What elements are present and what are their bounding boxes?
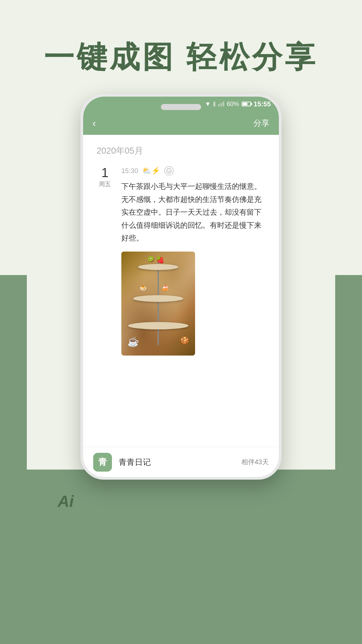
- phone-footer: 青 青青日记 相伴43天: [83, 447, 279, 477]
- companion-label: 相伴43天: [241, 458, 269, 467]
- headline: 一键成图 轻松分享: [0, 37, 362, 78]
- pastry-icon: 🍮: [140, 285, 146, 291]
- ai-label: Ai: [58, 492, 74, 511]
- wifi-icon: ▼: [205, 101, 211, 108]
- strawberry-icon: 🍓: [156, 256, 164, 264]
- battery-icon: [242, 102, 251, 106]
- status-icons: ▼ 60% 15:55: [205, 100, 271, 108]
- svg-point-1: [168, 170, 169, 171]
- entry-column: 15:30 ⛅⚡ 下午茶跟小毛与大平一起: [121, 166, 265, 356]
- entry-photo: 🍓 🥝 🍮 🍰 ☕ 🍪: [121, 252, 195, 356]
- side-strip-right: [335, 275, 362, 470]
- content-area: 2020年05月 1 周五 15:30 ⛅⚡: [83, 135, 279, 477]
- app-name-label: 青青日记: [119, 457, 151, 468]
- date-weekday: 周五: [99, 180, 111, 188]
- volume-down-button: [80, 207, 83, 231]
- battery-percent: 60%: [227, 101, 239, 108]
- mute-button: [80, 154, 83, 170]
- phone-mockup: ▼ 60% 15:55: [80, 94, 282, 614]
- date-day: 1: [101, 166, 108, 180]
- kiwi-icon: 🥝: [147, 256, 155, 263]
- svg-point-2: [170, 170, 170, 171]
- share-button[interactable]: 分享: [253, 118, 269, 128]
- tea-illustration: 🍓 🥝 🍮 🍰 ☕ 🍪: [121, 252, 195, 356]
- signal-icon: [214, 102, 215, 106]
- ai-badge: Ai: [52, 486, 79, 517]
- power-button: [279, 164, 282, 187]
- entry-meta: 15:30 ⛅⚡: [121, 166, 265, 175]
- mood-icon: [164, 166, 174, 175]
- app-bar: ‹ 分享: [83, 111, 279, 135]
- teacup-icon: ☕: [127, 336, 139, 347]
- phone-body: ▼ 60% 15:55: [80, 94, 282, 480]
- diary-entry: 1 周五 15:30 ⛅⚡: [97, 166, 265, 356]
- side-strip-left: [0, 275, 27, 470]
- signal2-icon: [218, 102, 224, 106]
- cookie-icon: 🍪: [180, 336, 189, 345]
- month-label: 2020年05月: [97, 145, 265, 157]
- phone-speaker: [161, 104, 201, 110]
- status-time: 15:55: [254, 100, 271, 108]
- volume-up-button: [80, 177, 83, 201]
- entry-text: 下午茶跟小毛与大平一起聊慢生活的惬意。无不感慨，大都市超快的生活节奏仿佛是充实在…: [121, 180, 265, 245]
- back-button[interactable]: ‹: [93, 118, 96, 128]
- phone-screen: ▼ 60% 15:55: [83, 97, 279, 477]
- weather-icon: ⛅⚡: [142, 166, 160, 175]
- date-column: 1 周五: [97, 166, 113, 356]
- entry-time: 15:30: [121, 167, 138, 175]
- app-icon: 青: [93, 453, 112, 472]
- cake-icon: 🍰: [162, 285, 169, 291]
- svg-point-0: [167, 168, 171, 173]
